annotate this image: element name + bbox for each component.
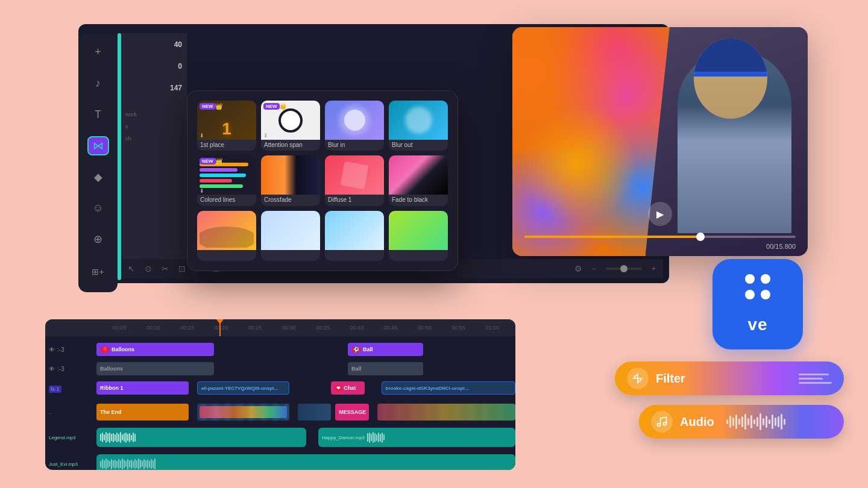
person-overlay <box>646 27 808 256</box>
aw-bar-13 <box>763 418 764 425</box>
left-panel: 40 0 147 work s ch <box>121 33 187 262</box>
transition-label-r3d <box>389 250 448 254</box>
transition-r3a[interactable] <box>197 211 256 261</box>
clip-brooke[interactable]: brooke-cagle-dGK3ynaDNCi-unspl... <box>382 381 515 395</box>
zoom-plus[interactable]: + <box>652 264 656 273</box>
svg-point-1 <box>638 378 641 381</box>
clip-pazani[interactable]: all-pazani-YEC7VQzWQt9-unspl... <box>197 381 289 395</box>
transition-blur-out[interactable]: Blur out <box>389 101 448 151</box>
ruler-mark-11: 00:55 <box>442 325 476 331</box>
clip-balloons-1[interactable]: 🎈Balloons <box>96 343 214 356</box>
zoom-minus[interactable]: − <box>592 264 596 273</box>
transition-label-r3c <box>325 250 384 254</box>
track-content-1: 🎈Balloons ⚽Ball <box>96 341 515 358</box>
track-label-main: ·· <box>45 408 96 416</box>
ve-dot-4 <box>761 290 770 299</box>
transition-attention-span[interactable]: NEW 👑 ⬇ Attention span <box>261 101 320 151</box>
ve-app-icon[interactable]: ve <box>712 259 803 349</box>
video-strip-3[interactable] <box>377 404 515 421</box>
panel-num-40: 40 <box>125 40 182 49</box>
clip-the-end[interactable]: The End <box>96 404 189 421</box>
sidebar-toolbar: + ♪ T ⋈ ◆ ☺ ⊕ ⊞+ <box>78 33 118 292</box>
magic-icon[interactable]: ◆ <box>87 167 109 187</box>
transition-blur-in[interactable]: Blur in <box>325 101 384 151</box>
progress-dot <box>696 233 705 241</box>
aw-bar-2 <box>729 416 731 428</box>
audio-clip-happy[interactable]: Happy_Dancer.mp3 <box>318 428 515 447</box>
transition-fade-black[interactable]: Fade to black <box>389 155 448 205</box>
ve-dot-1 <box>745 274 755 284</box>
track-row-2: 👁 :-3 Balloons Ball <box>45 360 515 377</box>
aw-bar-4 <box>735 414 737 429</box>
aw-bar-1 <box>726 419 728 424</box>
scissors-icon[interactable]: ✂ <box>162 264 169 274</box>
transition-1st-place[interactable]: NEW 👑 1 ⬇ 1st place <box>197 101 256 151</box>
filter-pill[interactable]: Filter <box>615 361 844 395</box>
transition-label-blur-out: Blur out <box>389 140 448 151</box>
aw-bar-14 <box>766 416 767 428</box>
aw-bar-19 <box>781 414 782 430</box>
audio-label: Audio <box>680 415 714 429</box>
layer-icon[interactable]: ⊕ <box>87 230 109 249</box>
aw-bar-3 <box>732 418 734 426</box>
track-content-fx: Ribbon 1 all-pazani-YEC7VQzWQt9-unspl...… <box>96 380 515 399</box>
video-preview: ▶ 00/15.800 <box>512 27 808 256</box>
ruler-mark-2: 00:10 <box>136 325 170 331</box>
download-icon-attention: ⬇ <box>263 133 268 139</box>
transition-r3d[interactable] <box>389 211 448 261</box>
plus-icon[interactable]: + <box>87 43 109 62</box>
progress-bar[interactable] <box>524 236 796 238</box>
text-icon[interactable]: T <box>87 105 109 124</box>
zoom-handle[interactable] <box>620 265 627 272</box>
transition-diffuse[interactable]: Diffuse 1 <box>325 155 384 205</box>
transition-crossfade[interactable]: Crossfade <box>261 155 320 205</box>
audio-clip-justevi[interactable] <box>96 454 515 470</box>
emoji-icon[interactable]: ☺ <box>87 199 109 218</box>
aw-bar-20 <box>784 419 785 425</box>
ruler-mark-8: 00:40 <box>340 325 374 331</box>
settings-icon[interactable]: ⚙ <box>574 264 582 274</box>
clip-chat[interactable]: ❤Chat <box>331 381 365 395</box>
ve-dots <box>745 274 770 299</box>
play-button[interactable]: ▶ <box>648 202 672 226</box>
aw-bar-11 <box>756 417 758 427</box>
video-strip-2[interactable] <box>298 404 332 421</box>
aw-bar-16 <box>772 414 773 429</box>
transition-r3c[interactable] <box>325 211 384 261</box>
timeline-ruler: 00:05 00:10 00:15 00:20 00:25 00:30 00:3… <box>45 319 515 336</box>
aw-bar-7 <box>744 414 746 430</box>
new-badge: NEW <box>200 103 216 110</box>
audio-icon <box>651 411 673 433</box>
playhead-arrow <box>216 319 224 324</box>
audio-clip-legend[interactable] <box>96 428 306 447</box>
track-row-main: ·· The End MESSAGE <box>45 401 515 423</box>
transition-icon[interactable]: ⋈ <box>87 136 109 155</box>
transition-colored-lines[interactable]: NEW 👑 ⬇ Colored lines <box>197 155 256 205</box>
copy-icon[interactable]: ⊡ <box>178 264 186 274</box>
cursor-tool[interactable]: ↖ <box>128 264 135 274</box>
transitions-panel: NEW 👑 1 ⬇ 1st place NEW 👑 ⬇ Attention sp… <box>187 90 458 271</box>
circle-ring <box>278 108 303 133</box>
clip-balloons-sub[interactable]: Balloons <box>96 362 214 375</box>
music-icon[interactable]: ♪ <box>87 74 109 93</box>
transition-label-crossfade: Crossfade <box>261 195 320 205</box>
timeline-tracks: 👁 :-3 🎈Balloons ⚽Ball 👁 :-3 Balloons Bal… <box>45 336 515 470</box>
ruler-mark-9: 00:45 <box>374 325 407 331</box>
video-strip-1[interactable] <box>197 404 289 421</box>
clip-message[interactable]: MESSAGE <box>335 404 369 421</box>
grid-plus-icon[interactable]: ⊞+ <box>87 261 109 283</box>
playhead <box>219 319 221 336</box>
transition-r3b[interactable] <box>261 211 320 261</box>
aw-bar-18 <box>778 416 779 427</box>
clip-ball-sub[interactable]: Ball <box>348 362 423 375</box>
zoom-slider[interactable] <box>606 267 642 270</box>
audio-pill[interactable]: Audio <box>639 405 844 439</box>
crown-icon-colored: 👑 <box>215 158 222 164</box>
clip-ball-1[interactable]: ⚽Ball <box>348 343 423 356</box>
track-row-audio1: Legend.mp3 <box>45 425 515 449</box>
svg-point-6 <box>658 424 661 427</box>
clip-ribbon[interactable]: Ribbon 1 <box>96 381 189 395</box>
clock-icon[interactable]: ⊙ <box>145 264 152 274</box>
audio-label-happy: Happy_Dancer.mp3 <box>322 435 365 440</box>
filter-label: Filter <box>656 372 791 386</box>
